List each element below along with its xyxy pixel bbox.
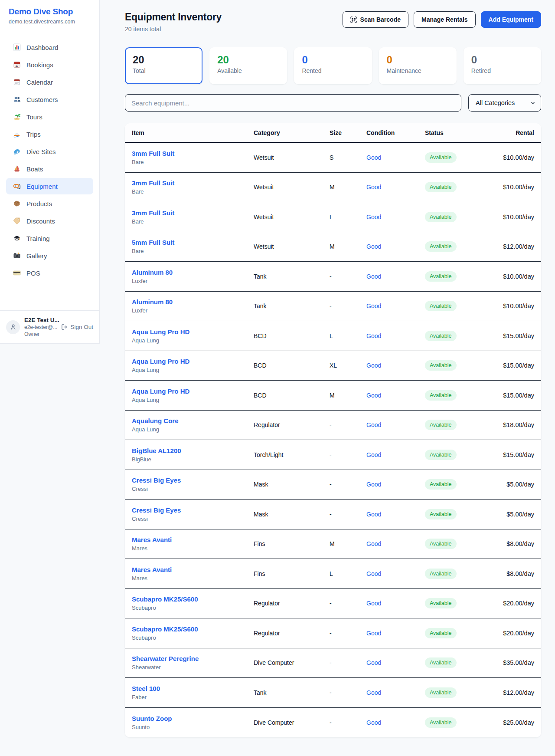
item-name-link[interactable]: Aluminum 80 (132, 269, 254, 276)
sidebar-item-discounts[interactable]: Discounts (6, 213, 93, 229)
condition-link[interactable]: Good (366, 362, 425, 369)
user-name: E2E Test U... (24, 317, 57, 323)
table-row[interactable]: Aluminum 80LuxferTank-GoodAvailable$10.0… (125, 262, 541, 292)
condition-link[interactable]: Good (366, 421, 425, 428)
cell-rental: $25.00/day (499, 719, 534, 726)
item-name-link[interactable]: 3mm Full Suit (132, 150, 254, 157)
table-row[interactable]: Aqua Lung Pro HDAqua LungBCDXLGoodAvaila… (125, 351, 541, 381)
sidebar-item-bookings[interactable]: 17Bookings (6, 56, 93, 73)
table-row[interactable]: Scubapro MK25/S600ScubaproRegulator-Good… (125, 618, 541, 648)
table-row[interactable]: Scubapro MK25/S600ScubaproRegulator-Good… (125, 589, 541, 619)
table-row[interactable]: Mares AvantiMaresFinsLGoodAvailable$8.00… (125, 559, 541, 589)
condition-link[interactable]: Good (366, 332, 425, 339)
sidebar-item-training[interactable]: Training (6, 230, 93, 247)
item-brand: Luxfer (132, 278, 254, 284)
add-equipment-button[interactable]: Add Equipment (481, 11, 541, 28)
condition-link[interactable]: Good (366, 659, 425, 666)
condition-link[interactable]: Good (366, 392, 425, 399)
table-row[interactable]: 5mm Full SuitBareWetsuitMGoodAvailable$1… (125, 232, 541, 262)
sidebar-item-equipment[interactable]: Equipment (6, 178, 93, 194)
sidebar-item-dashboard[interactable]: Dashboard (6, 39, 93, 56)
condition-link[interactable]: Good (366, 570, 425, 577)
item-name-link[interactable]: Aqua Lung Pro HD (132, 358, 254, 365)
table-row[interactable]: Aqualung CoreAqua LungRegulator-GoodAvai… (125, 411, 541, 440)
item-name-link[interactable]: Mares Avanti (132, 536, 254, 543)
item-name-link[interactable]: 5mm Full Suit (132, 239, 254, 246)
status-badge: Available (425, 509, 457, 519)
condition-link[interactable]: Good (366, 600, 425, 607)
table-row[interactable]: 3mm Full SuitBareWetsuitMGoodAvailable$1… (125, 173, 541, 203)
table-row[interactable]: 3mm Full SuitBareWetsuitSGoodAvailable$1… (125, 143, 541, 173)
stat-card-total[interactable]: 20Total (125, 47, 202, 84)
item-name-link[interactable]: Aqualung Core (132, 417, 254, 424)
condition-link[interactable]: Good (366, 451, 425, 458)
condition-link[interactable]: Good (366, 689, 425, 696)
scan-barcode-button[interactable]: Scan Barcode (343, 11, 408, 28)
category-select[interactable]: All Categories (468, 94, 541, 112)
condition-link[interactable]: Good (366, 511, 425, 518)
category-select-value: All Categories (476, 99, 515, 106)
sidebar-item-tours[interactable]: Tours (6, 108, 93, 125)
cell-item: Aluminum 80Luxfer (132, 298, 254, 314)
manage-rentals-button[interactable]: Manage Rentals (414, 11, 476, 28)
item-brand: BigBlue (132, 456, 254, 463)
condition-link[interactable]: Good (366, 273, 425, 280)
sidebar-item-products[interactable]: Products (6, 195, 93, 212)
item-name-link[interactable]: Cressi Big Eyes (132, 477, 254, 484)
sidebar-item-calendar[interactable]: Calendar (6, 74, 93, 90)
item-name-link[interactable]: Aqua Lung Pro HD (132, 388, 254, 395)
condition-link[interactable]: Good (366, 481, 425, 488)
table-row[interactable]: Cressi Big EyesCressiMask-GoodAvailable$… (125, 500, 541, 529)
cell-status: Available (425, 450, 499, 460)
item-name-link[interactable]: Scubapro MK25/S600 (132, 595, 254, 603)
condition-link[interactable]: Good (366, 184, 425, 191)
item-name-link[interactable]: Cressi Big Eyes (132, 506, 254, 514)
item-name-link[interactable]: 3mm Full Suit (132, 209, 254, 217)
item-name-link[interactable]: Aqua Lung Pro HD (132, 328, 254, 335)
table-row[interactable]: BigBlue AL1200BigBlueTorch/Light-GoodAva… (125, 440, 541, 470)
table-row[interactable]: Suunto ZoopSuuntoDive Computer-GoodAvail… (125, 708, 541, 738)
condition-link[interactable]: Good (366, 630, 425, 637)
item-name-link[interactable]: Mares Avanti (132, 566, 254, 573)
item-name-link[interactable]: BigBlue AL1200 (132, 447, 254, 454)
stat-card-available[interactable]: 20Available (209, 47, 287, 84)
page-title-block: Equipment Inventory 20 items total (125, 11, 222, 33)
item-name-link[interactable]: Suunto Zoop (132, 715, 254, 722)
condition-link[interactable]: Good (366, 302, 425, 309)
equipment-table: Item Category Size Condition Status Rent… (125, 123, 541, 737)
user-box: E2E Test U... e2e-tester@... Owner Sign … (0, 310, 99, 343)
table-row[interactable]: Aqua Lung Pro HDAqua LungBCDMGoodAvailab… (125, 381, 541, 411)
table-row[interactable]: Mares AvantiMaresFinsMGoodAvailable$8.00… (125, 529, 541, 559)
sign-out-button[interactable]: Sign Out (61, 324, 93, 330)
table-row[interactable]: Aqua Lung Pro HDAqua LungBCDLGoodAvailab… (125, 321, 541, 351)
stat-card-maintenance[interactable]: 0Maintenance (379, 47, 457, 84)
item-name-link[interactable]: 3mm Full Suit (132, 179, 254, 187)
stat-card-retired[interactable]: 0Retired (464, 47, 541, 84)
condition-link[interactable]: Good (366, 719, 425, 726)
condition-link[interactable]: Good (366, 214, 425, 220)
table-row[interactable]: Shearwater PeregrineShearwaterDive Compu… (125, 648, 541, 678)
item-brand: Aqua Lung (132, 367, 254, 373)
table-row[interactable]: 3mm Full SuitBareWetsuitLGoodAvailable$1… (125, 202, 541, 232)
item-name-link[interactable]: Shearwater Peregrine (132, 655, 254, 662)
stat-card-rented[interactable]: 0Rented (294, 47, 372, 84)
stat-label: Maintenance (387, 67, 449, 74)
table-row[interactable]: Steel 100FaberTank-GoodAvailable$12.00/d… (125, 678, 541, 708)
item-name-link[interactable]: Aluminum 80 (132, 298, 254, 306)
sidebar-item-boats[interactable]: Boats (6, 161, 93, 177)
condition-link[interactable]: Good (366, 540, 425, 547)
sidebar-item-pos[interactable]: POS (6, 265, 93, 281)
item-name-link[interactable]: Steel 100 (132, 685, 254, 692)
item-name-link[interactable]: Scubapro MK25/S600 (132, 625, 254, 633)
sidebar-item-dive-sites[interactable]: Dive Sites (6, 143, 93, 160)
condition-link[interactable]: Good (366, 243, 425, 250)
sidebar-item-trips[interactable]: Trips (6, 126, 93, 142)
sidebar-item-gallery[interactable]: Gallery (6, 247, 93, 264)
table-row[interactable]: Cressi Big EyesCressiMask-GoodAvailable$… (125, 470, 541, 500)
sidebar-item-customers[interactable]: Customers (6, 91, 93, 108)
search-input[interactable] (125, 94, 461, 112)
condition-link[interactable]: Good (366, 154, 425, 161)
table-row[interactable]: Aluminum 80LuxferTank-GoodAvailable$10.0… (125, 292, 541, 322)
dive-mask-icon (13, 182, 21, 190)
cell-category: Regulator (254, 600, 330, 607)
